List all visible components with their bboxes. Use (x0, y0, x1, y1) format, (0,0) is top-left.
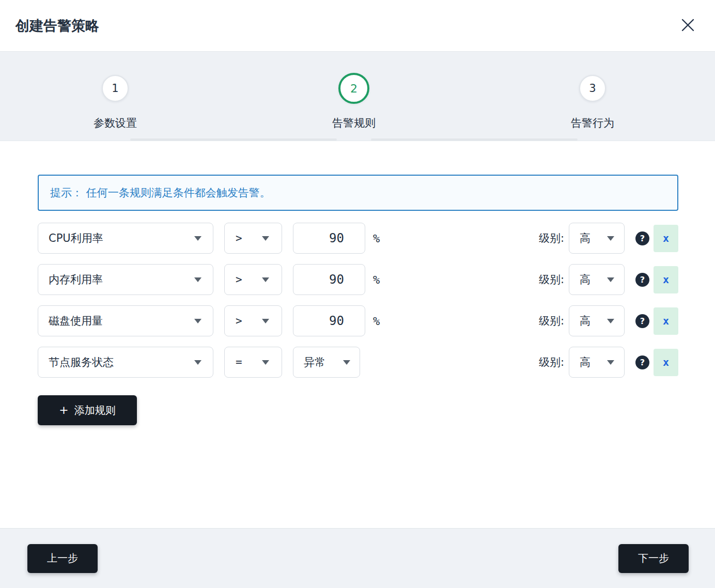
remove-icon: x (663, 356, 669, 368)
chevron-down-icon (194, 360, 201, 365)
close-button[interactable] (679, 17, 696, 35)
operator-select[interactable]: > (224, 223, 282, 254)
threshold-input[interactable]: 90 (293, 264, 365, 295)
level-label: 级别: (539, 314, 564, 328)
dialog-body: 提示： 任何一条规则满足条件都会触发告警。 CPU利用率 > 90 % 级别: … (0, 175, 715, 425)
dialog-header: 创建告警策略 (0, 0, 715, 52)
threshold-value: 异常 (304, 355, 325, 369)
level-select[interactable]: 高 (569, 264, 625, 295)
next-step-button[interactable]: 下一步 (618, 544, 689, 573)
level-select[interactable]: 高 (569, 347, 625, 378)
metric-select-value: 节点服务状态 (49, 355, 114, 369)
threshold-value: 90 (329, 231, 344, 245)
plus-icon: + (59, 405, 68, 416)
operator-select-value: = (236, 356, 242, 368)
step-label: 告警规则 (292, 116, 416, 130)
rule-row: 节点服务状态 = 异常 级别: 高 ? x (38, 347, 678, 378)
threshold-input[interactable]: 异常 (293, 347, 360, 378)
chevron-down-icon (607, 319, 614, 323)
step-alert-rules: 2 告警规则 (292, 73, 416, 130)
remove-rule-button[interactable]: x (654, 266, 678, 293)
operator-select[interactable]: > (224, 264, 282, 295)
remove-icon: x (663, 232, 669, 244)
level-select[interactable]: 高 (569, 305, 625, 336)
step-circle: 1 (102, 75, 129, 102)
step-indicator: 1 参数设置 2 告警规则 3 告警行为 (0, 52, 715, 141)
level-label: 级别: (539, 272, 564, 287)
step-number: 2 (350, 82, 357, 95)
remove-rule-button[interactable]: x (654, 349, 678, 376)
metric-select-value: CPU利用率 (49, 231, 103, 245)
metric-select[interactable]: CPU利用率 (38, 223, 213, 254)
help-icon[interactable]: ? (635, 355, 649, 369)
chevron-down-icon (607, 277, 614, 282)
level-select-value: 高 (580, 355, 590, 369)
step-number: 1 (112, 82, 118, 95)
step-circle: 3 (579, 75, 606, 102)
chevron-down-icon (262, 360, 269, 365)
remove-icon: x (663, 315, 669, 327)
step-circle-active: 2 (338, 73, 369, 104)
chevron-down-icon (262, 236, 269, 241)
operator-select[interactable]: = (224, 347, 282, 378)
operator-select[interactable]: > (224, 305, 282, 336)
level-select-value: 高 (580, 272, 590, 287)
chevron-down-icon (194, 319, 201, 323)
tip-text: 提示： 任何一条规则满足条件都会触发告警。 (50, 185, 271, 200)
threshold-input[interactable]: 90 (293, 223, 365, 254)
unit-label: % (373, 315, 380, 328)
chevron-down-icon (194, 277, 201, 282)
threshold-value: 90 (329, 272, 344, 287)
chevron-down-icon (343, 360, 350, 365)
close-icon (681, 18, 695, 34)
metric-select-value: 内存利用率 (49, 272, 103, 287)
unit-label: % (373, 273, 380, 286)
step-alert-behavior: 3 告警行为 (531, 73, 655, 130)
add-rule-label: 添加规则 (74, 404, 116, 417)
previous-step-button[interactable]: 上一步 (27, 544, 98, 573)
step-label: 参数设置 (53, 116, 177, 130)
operator-select-value: > (236, 315, 242, 327)
add-rule-button[interactable]: + 添加规则 (38, 395, 137, 425)
remove-rule-button[interactable]: x (654, 307, 678, 335)
remove-rule-button[interactable]: x (654, 225, 678, 252)
step-label: 告警行为 (531, 116, 655, 130)
rule-row: 磁盘使用量 > 90 % 级别: 高 ? x (38, 305, 678, 336)
help-icon[interactable]: ? (635, 231, 649, 245)
metric-select[interactable]: 磁盘使用量 (38, 305, 213, 336)
chevron-down-icon (607, 360, 614, 365)
dialog-title: 创建告警策略 (15, 17, 99, 35)
metric-select[interactable]: 内存利用率 (38, 264, 213, 295)
next-step-label: 下一步 (638, 551, 669, 565)
level-label: 级别: (539, 355, 564, 369)
chevron-down-icon (194, 236, 201, 241)
step-number: 3 (589, 82, 596, 95)
help-icon[interactable]: ? (635, 314, 649, 328)
level-select-value: 高 (580, 231, 590, 245)
step-parameter-settings: 1 参数设置 (53, 73, 177, 130)
threshold-value: 90 (329, 314, 344, 328)
level-select-value: 高 (580, 314, 590, 328)
chevron-down-icon (262, 277, 269, 282)
rule-row: CPU利用率 > 90 % 级别: 高 ? x (38, 223, 678, 254)
rule-row: 内存利用率 > 90 % 级别: 高 ? x (38, 264, 678, 295)
create-alert-policy-dialog: 创建告警策略 1 参数设置 2 告警规则 (0, 0, 715, 588)
dialog-footer: 上一步 下一步 (0, 528, 715, 588)
operator-select-value: > (236, 273, 242, 286)
rules-list: CPU利用率 > 90 % 级别: 高 ? x 内存利用率 > (38, 223, 678, 378)
tip-banner: 提示： 任何一条规则满足条件都会触发告警。 (38, 175, 678, 211)
level-label: 级别: (539, 231, 564, 245)
step-connector (371, 138, 578, 141)
chevron-down-icon (607, 236, 614, 241)
unit-label: % (373, 232, 380, 245)
metric-select-value: 磁盘使用量 (49, 314, 103, 328)
chevron-down-icon (262, 319, 269, 323)
level-select[interactable]: 高 (569, 223, 625, 254)
threshold-input[interactable]: 90 (293, 305, 365, 336)
remove-icon: x (663, 273, 669, 286)
metric-select[interactable]: 节点服务状态 (38, 347, 213, 378)
step-connector (130, 138, 337, 141)
help-icon[interactable]: ? (635, 273, 649, 287)
operator-select-value: > (236, 232, 242, 244)
previous-step-label: 上一步 (47, 551, 78, 565)
